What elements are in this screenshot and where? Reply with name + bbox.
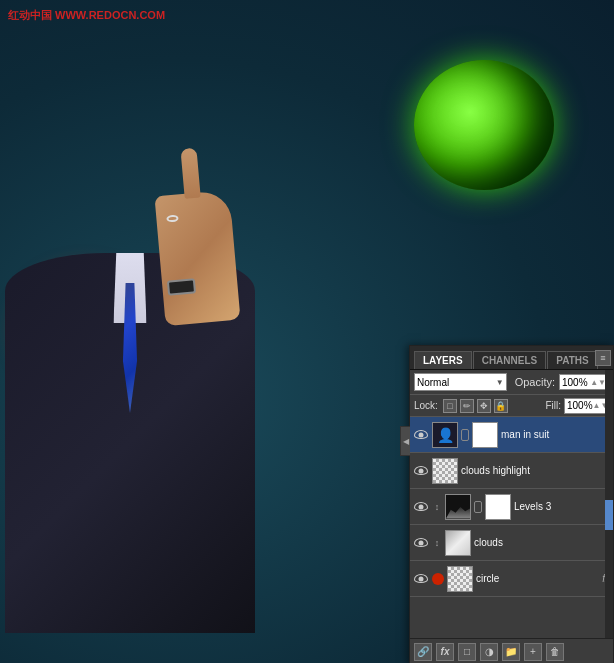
layer-link-levels3 bbox=[474, 501, 482, 513]
thumb-person-img bbox=[433, 423, 457, 447]
lock-position-btn[interactable]: ✥ bbox=[477, 399, 491, 413]
layer-mask-levels3 bbox=[485, 494, 511, 520]
blend-mode-value: Normal bbox=[417, 377, 449, 388]
lock-pixels-btn[interactable]: ✏ bbox=[460, 399, 474, 413]
blend-mode-row: Normal ▼ Opacity: 100% ▲▼ bbox=[410, 370, 613, 395]
delete-layer-btn[interactable]: 🗑 bbox=[546, 643, 564, 661]
photoshop-panel: ◀ LAYERS CHANNELS PATHS ≡ Normal ▼ Opaci… bbox=[409, 345, 614, 663]
lock-all-btn[interactable]: 🔒 bbox=[494, 399, 508, 413]
circle-color-dot bbox=[432, 573, 444, 585]
layer-name-clouds-highlight: clouds highlight bbox=[461, 465, 610, 476]
thumb-mask-white bbox=[473, 423, 497, 447]
chain-icon: ↕ bbox=[435, 502, 440, 512]
add-adjustment-btn[interactable]: ◑ bbox=[480, 643, 498, 661]
thumb-checker-2 bbox=[448, 567, 472, 591]
suit-body bbox=[5, 253, 255, 633]
ring bbox=[166, 215, 179, 223]
lock-label: Lock: bbox=[414, 400, 438, 411]
tab-channels[interactable]: CHANNELS bbox=[473, 351, 547, 369]
lock-transparent-btn[interactable]: □ bbox=[443, 399, 457, 413]
add-mask-btn[interactable]: □ bbox=[458, 643, 476, 661]
panel-toolbar: 🔗 fx □ ◑ 📁 + 🗑 bbox=[410, 638, 613, 663]
panel-menu-btn[interactable]: ≡ bbox=[595, 350, 611, 366]
layer-visibility-clouds[interactable] bbox=[413, 535, 429, 551]
watch bbox=[167, 278, 196, 295]
layer-row-man-in-suit[interactable]: man in suit bbox=[410, 417, 613, 453]
thumb-mask-white-2 bbox=[486, 495, 510, 519]
hand bbox=[154, 190, 240, 326]
layer-row-circle[interactable]: circle fx bbox=[410, 561, 613, 597]
panel-collapse-arrow[interactable]: ◀ bbox=[400, 426, 410, 456]
panel-tabs-bar: LAYERS CHANNELS PATHS ≡ bbox=[410, 346, 613, 370]
add-fx-btn[interactable]: fx bbox=[436, 643, 454, 661]
layer-thumb-levels3 bbox=[445, 494, 471, 520]
thumb-histogram-img bbox=[446, 495, 470, 519]
layer-thumb-circle bbox=[447, 566, 473, 592]
layer-visibility-clouds-highlight[interactable] bbox=[413, 463, 429, 479]
layer-thumb-clouds-highlight bbox=[432, 458, 458, 484]
watermark: 红动中国 WWW.REDOCN.COM bbox=[8, 8, 165, 23]
chain-icon-2: ↕ bbox=[435, 538, 440, 548]
layer-thumb-clouds bbox=[445, 530, 471, 556]
fill-value: 100% bbox=[567, 400, 593, 411]
layer-row-clouds[interactable]: ↕ clouds bbox=[410, 525, 613, 561]
layer-visibility-levels3[interactable] bbox=[413, 499, 429, 515]
layer-name-clouds: clouds bbox=[474, 537, 610, 548]
link-layers-btn[interactable]: 🔗 bbox=[414, 643, 432, 661]
new-group-btn[interactable]: 📁 bbox=[502, 643, 520, 661]
layer-row-levels3[interactable]: ↕ Levels 3 bbox=[410, 489, 613, 525]
lock-section: Lock: □ ✏ ✥ 🔒 bbox=[414, 399, 545, 413]
blend-mode-arrow: ▼ bbox=[496, 378, 504, 387]
tab-layers[interactable]: LAYERS bbox=[414, 351, 472, 369]
fill-label: Fill: bbox=[545, 400, 561, 411]
eye-icon bbox=[414, 430, 428, 439]
scrollbar-thumb[interactable] bbox=[605, 500, 613, 530]
thumb-clouds-img bbox=[446, 531, 470, 555]
panel-scrollbar[interactable] bbox=[605, 370, 613, 640]
layer-name-levels3: Levels 3 bbox=[514, 501, 610, 512]
layer-name-circle: circle bbox=[476, 573, 599, 584]
opacity-label: Opacity: bbox=[515, 376, 555, 388]
layer-visibility-man-in-suit[interactable] bbox=[413, 427, 429, 443]
blend-mode-select[interactable]: Normal ▼ bbox=[414, 373, 507, 391]
layer-chain-levels3: ↕ bbox=[432, 499, 442, 515]
fill-section: Fill: 100% ▲▼ bbox=[545, 398, 609, 414]
layer-name-man-in-suit: man in suit bbox=[501, 429, 610, 440]
layer-mask-man-in-suit bbox=[472, 422, 498, 448]
opacity-input[interactable]: 100% ▲▼ bbox=[559, 374, 609, 390]
layer-thumb-man-in-suit bbox=[432, 422, 458, 448]
fill-input[interactable]: 100% ▲▼ bbox=[564, 398, 609, 414]
lock-fill-row: Lock: □ ✏ ✥ 🔒 Fill: 100% ▲▼ bbox=[410, 395, 613, 417]
layer-visibility-circle[interactable] bbox=[413, 571, 429, 587]
new-layer-btn[interactable]: + bbox=[524, 643, 542, 661]
thumb-checker bbox=[433, 459, 457, 483]
layer-link-man-in-suit bbox=[461, 429, 469, 441]
eye-icon-2 bbox=[414, 466, 428, 475]
opacity-value: 100% bbox=[562, 377, 588, 388]
planet-green bbox=[414, 60, 554, 190]
eye-icon-5 bbox=[414, 574, 428, 583]
eye-icon-3 bbox=[414, 502, 428, 511]
opacity-arrow: ▲▼ bbox=[590, 378, 606, 387]
layer-chain-clouds: ↕ bbox=[432, 535, 442, 551]
layer-row-clouds-highlight[interactable]: clouds highlight bbox=[410, 453, 613, 489]
eye-icon-4 bbox=[414, 538, 428, 547]
tab-paths[interactable]: PATHS bbox=[547, 351, 597, 369]
